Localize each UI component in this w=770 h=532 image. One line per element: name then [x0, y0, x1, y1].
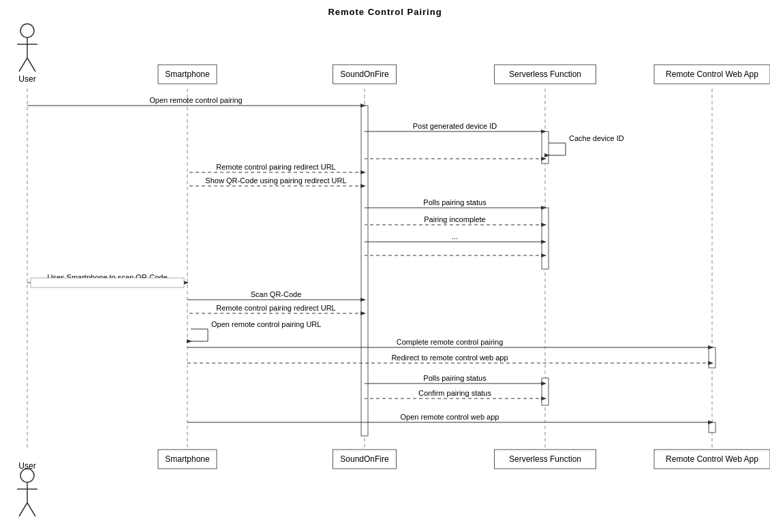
svg-text:Complete remote control pairin: Complete remote control pairing	[397, 338, 504, 346]
svg-line-4	[19, 58, 27, 72]
svg-text:Cache device ID: Cache device ID	[569, 134, 624, 142]
svg-rect-39	[709, 422, 715, 433]
svg-rect-38	[709, 347, 715, 368]
svg-rect-74	[31, 278, 184, 287]
svg-text:...: ...	[452, 232, 458, 240]
svg-text:Open remote control pairing UR: Open remote control pairing URL	[211, 320, 321, 328]
svg-text:Serverless Function: Serverless Function	[509, 69, 581, 79]
svg-rect-34	[361, 106, 368, 436]
svg-text:Serverless Function: Serverless Function	[509, 454, 581, 464]
svg-text:SoundOnFire: SoundOnFire	[340, 454, 389, 464]
svg-text:Smartphone: Smartphone	[165, 69, 210, 79]
svg-rect-37	[542, 378, 549, 405]
svg-text:Smartphone: Smartphone	[165, 454, 210, 464]
svg-text:Open remote control pairing: Open remote control pairing	[149, 96, 242, 104]
svg-text:Remote control pairing redirec: Remote control pairing redirect URL	[216, 304, 335, 312]
svg-text:User: User	[18, 74, 35, 84]
svg-line-5	[27, 58, 35, 72]
svg-text:Remote Control Pairing: Remote Control Pairing	[328, 7, 442, 17]
svg-text:Remote control pairing redirec: Remote control pairing redirect URL	[216, 163, 335, 171]
svg-text:Show QR-Code using pairing red: Show QR-Code using pairing redirect URL	[205, 176, 346, 185]
svg-text:Remote Control Web App: Remote Control Web App	[666, 69, 758, 79]
svg-text:Polls pairing status: Polls pairing status	[423, 198, 487, 206]
sequence-diagram: Remote Control PairingUserSmartphoneSoun…	[0, 0, 770, 532]
svg-line-23	[19, 503, 27, 516]
svg-text:User: User	[18, 461, 35, 471]
svg-text:Confirm pairing status: Confirm pairing status	[418, 389, 491, 397]
svg-text:Polls pairing status: Polls pairing status	[423, 374, 487, 382]
svg-text:Redirect to remote control web: Redirect to remote control web app	[391, 354, 508, 362]
svg-text:Scan QR-Code: Scan QR-Code	[251, 290, 302, 298]
svg-line-24	[27, 503, 35, 516]
svg-text:SoundOnFire: SoundOnFire	[340, 69, 389, 79]
svg-text:Remote Control Web App: Remote Control Web App	[666, 454, 758, 464]
svg-rect-36	[542, 208, 549, 269]
svg-point-20	[20, 469, 34, 482]
svg-text:Open remote control web app: Open remote control web app	[401, 413, 499, 421]
svg-point-1	[20, 24, 34, 37]
svg-text:Post generated device ID: Post generated device ID	[413, 122, 497, 130]
svg-text:Pairing incomplete: Pairing incomplete	[424, 215, 486, 223]
